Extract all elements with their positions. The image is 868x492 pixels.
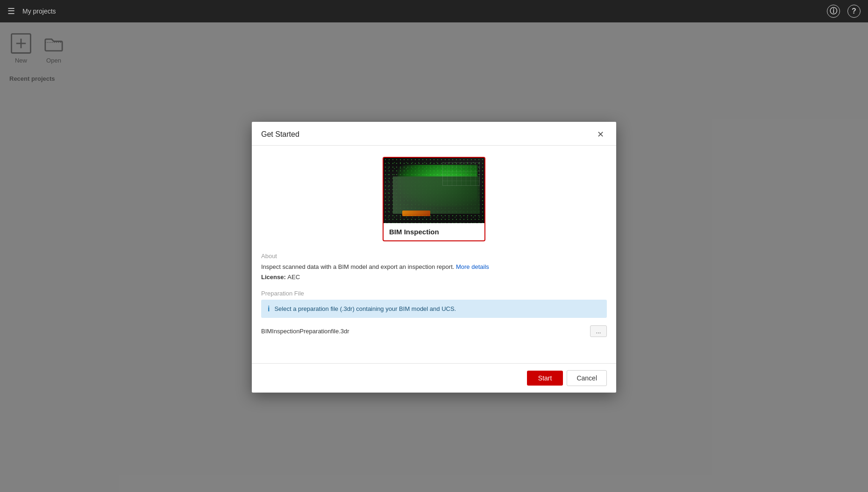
about-description: Inspect scanned data with a BIM model an… [261,262,607,272]
dialog-footer: Start Cancel [252,363,616,393]
close-button[interactable]: ✕ [594,129,607,140]
cancel-button[interactable]: Cancel [567,370,607,386]
about-section-label: About [261,253,607,260]
project-card-title: BIM Inspection [384,223,484,240]
topbar: ☰ My projects ⓘ ? [0,0,868,22]
topbar-title: My projects [22,7,56,15]
project-card-image [384,158,484,223]
prep-info-text: Select a preparation file (.3dr) contain… [274,304,456,314]
file-row: BIMInspectionPreparationfile.3dr ... [261,325,607,337]
get-started-dialog: Get Started ✕ BIM Inspection [252,122,616,393]
prep-info-box: i Select a preparation file (.3dr) conta… [261,300,607,318]
main-area: New Open Recent projects Get Started ✕ [0,22,868,492]
help-icon[interactable]: ? [847,5,861,18]
dialog-overlay: Get Started ✕ BIM Inspection [0,22,868,492]
topbar-right: ⓘ ? [827,5,861,18]
project-card[interactable]: BIM Inspection [383,157,485,241]
preparation-file-section: Preparation File i Select a preparation … [261,290,607,337]
dialog-header: Get Started ✕ [252,122,616,146]
about-section: About Inspect scanned data with a BIM mo… [261,253,607,281]
dialog-title: Get Started [261,130,299,139]
info-circle-icon: i [268,305,270,313]
menu-icon[interactable]: ☰ [7,6,15,16]
license-text: License: AEC [261,274,607,281]
browse-button[interactable]: ... [590,325,607,337]
more-details-link[interactable]: More details [456,263,489,270]
dialog-body: BIM Inspection About Inspect scanned dat… [252,146,616,363]
prep-section-label: Preparation File [261,290,607,297]
file-name: BIMInspectionPreparationfile.3dr [261,328,585,335]
start-button[interactable]: Start [527,371,563,386]
info-icon[interactable]: ⓘ [827,5,840,18]
